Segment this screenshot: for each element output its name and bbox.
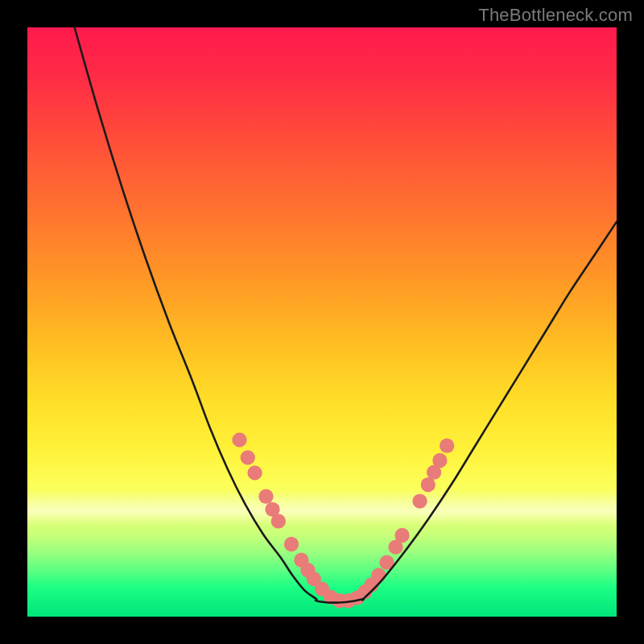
data-dot	[412, 493, 427, 508]
data-dot	[271, 514, 286, 528]
outer-frame: TheBottleneck.com	[0, 0, 644, 644]
data-dot	[284, 537, 299, 551]
data-dot	[394, 528, 409, 543]
data-dot	[440, 439, 454, 453]
data-dot	[241, 450, 255, 464]
watermark-text: TheBottleneck.com	[478, 5, 633, 26]
data-dot	[371, 568, 386, 583]
plot-area	[27, 27, 617, 617]
dots-group	[232, 432, 454, 608]
data-dot	[258, 489, 273, 504]
data-dot	[432, 453, 447, 468]
data-dot	[232, 432, 246, 447]
data-dot	[247, 465, 262, 480]
chart-svg	[27, 27, 617, 617]
v-curve	[75, 27, 617, 603]
